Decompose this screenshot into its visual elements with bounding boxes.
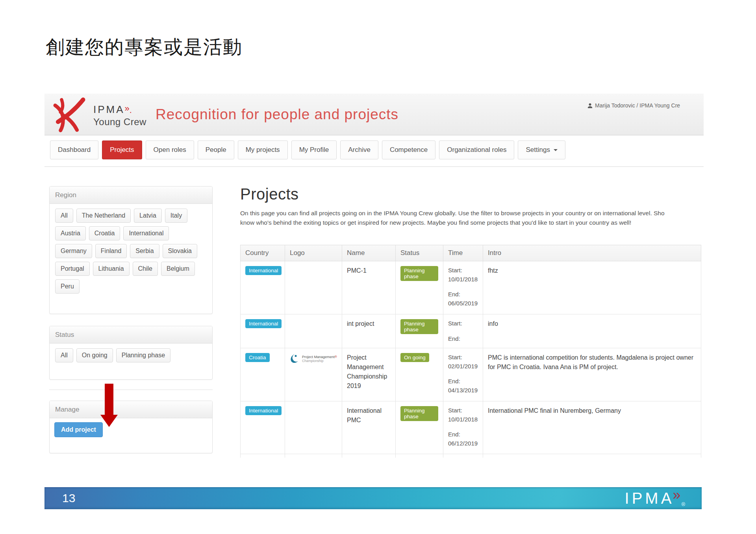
region-filter-international[interactable]: International	[123, 226, 169, 240]
slide-title: 創建您的專案或是活動	[46, 35, 243, 60]
region-filter-netherland[interactable]: The Netherland	[76, 209, 131, 223]
status-filter-all[interactable]: All	[55, 348, 73, 362]
table-row[interactable]: International int project Planning phase…	[241, 314, 701, 348]
region-filter-austria[interactable]: Austria	[55, 226, 86, 240]
table-row-partial[interactable]	[241, 454, 701, 458]
table-row[interactable]: Croatia Project Management® Championship…	[241, 348, 701, 401]
region-filter-germany[interactable]: Germany	[55, 244, 92, 258]
region-filter-belgium[interactable]: Belgium	[161, 262, 195, 276]
person-icon	[587, 103, 593, 109]
table-row[interactable]: International International PMC Planning…	[241, 401, 701, 454]
app-screenshot: IPMA». Young Crew Recognition for people…	[44, 94, 704, 458]
country-badge: Croatia	[245, 353, 270, 362]
user-name: Marija Todorovic / IPMA Young Cre	[595, 102, 680, 109]
status-badge: Planning phase	[400, 319, 438, 334]
pmc-logo-icon	[290, 353, 300, 365]
tab-my-profile[interactable]: My Profile	[291, 140, 337, 159]
project-name: Project Management Championship 2019	[342, 348, 396, 401]
region-options: All The Netherland Latvia Italy Austria …	[50, 204, 212, 302]
project-name: International PMC	[342, 401, 396, 454]
region-filter-italy[interactable]: Italy	[165, 209, 187, 223]
region-filter-latvia[interactable]: Latvia	[134, 209, 162, 223]
region-filter-all[interactable]: All	[55, 209, 73, 223]
filter-sidebar: Region All The Netherland Latvia Italy A…	[49, 186, 213, 458]
end-label: End:	[448, 430, 478, 439]
status-badge: On going	[400, 353, 429, 362]
end-date: 06/12/2019	[448, 439, 478, 448]
region-filter-serbia[interactable]: Serbia	[130, 244, 159, 258]
col-intro: Intro	[483, 245, 701, 261]
add-project-button[interactable]: Add project	[54, 422, 103, 437]
projects-table: Country Logo Name Status Time Intro Inte…	[240, 245, 701, 458]
project-name: int project	[342, 314, 396, 348]
logo-cell: Project Management® Championship	[285, 348, 342, 401]
region-filter-finland[interactable]: Finland	[95, 244, 127, 258]
manage-panel: Manage Add project	[49, 401, 213, 453]
region-filter-portugal[interactable]: Portugal	[55, 262, 90, 276]
col-name: Name	[342, 245, 396, 261]
status-filter-ongoing[interactable]: On going	[76, 348, 113, 362]
region-panel: Region All The Netherland Latvia Italy A…	[49, 186, 213, 314]
region-filter-croatia[interactable]: Croatia	[89, 226, 120, 240]
slide: 創建您的專案或是活動 IPMA». Young Crew Recognition…	[0, 0, 756, 534]
col-status: Status	[396, 245, 443, 261]
status-filter-planning[interactable]: Planning phase	[116, 348, 170, 362]
pmc-logo: Project Management® Championship	[290, 353, 337, 365]
time-cell: Start: End:	[443, 314, 483, 348]
brand-dot: .	[130, 105, 133, 115]
region-filter-chile[interactable]: Chile	[133, 262, 158, 276]
tab-my-projects[interactable]: My projects	[238, 140, 288, 159]
description-line-1: On this page you can find all projects g…	[240, 209, 703, 218]
tab-open-roles[interactable]: Open roles	[146, 140, 194, 159]
tab-organizational-roles[interactable]: Organizational roles	[439, 140, 514, 159]
brand-ipma: IPMA».	[93, 103, 146, 116]
country-badge: International	[245, 266, 282, 275]
main-content: Projects On this page you can find all p…	[240, 185, 703, 458]
annotation-arrow-down	[100, 384, 118, 427]
brand-chevrons-icon: »	[125, 103, 130, 113]
brand-young-crew: Young Crew	[93, 116, 146, 127]
start-label: Start:	[448, 406, 478, 415]
region-panel-title: Region	[50, 187, 212, 204]
region-filter-lithuania[interactable]: Lithuania	[93, 262, 130, 276]
country-badge: International	[245, 319, 282, 328]
page-description: On this page you can find all projects g…	[240, 209, 703, 227]
col-logo: Logo	[285, 245, 342, 261]
project-intro: International PMC final in Nuremberg, Ge…	[483, 401, 701, 454]
pmc-logo-line1: Project Management	[302, 355, 335, 359]
tab-settings[interactable]: Settings	[518, 140, 565, 159]
status-badge: Planning phase	[400, 406, 438, 421]
col-country: Country	[241, 245, 285, 261]
ipma-footer-logo: IPMA » ®	[625, 490, 685, 507]
project-name: PMC-1	[342, 261, 396, 314]
start-date: 02/01/2019	[448, 362, 478, 371]
tab-competence[interactable]: Competence	[382, 140, 435, 159]
tab-people[interactable]: People	[198, 140, 234, 159]
start-date: 10/01/2018	[448, 415, 478, 424]
status-options: All On going Planning phase	[50, 344, 212, 371]
start-label: Start:	[448, 319, 478, 328]
page-title: Projects	[240, 185, 703, 203]
end-date: 04/13/2019	[448, 386, 478, 395]
manage-panel-title: Manage	[50, 401, 212, 418]
status-panel: Status All On going Planning phase	[49, 326, 213, 380]
ipma-young-crew-logo	[52, 97, 91, 132]
app-title: Recognition for people and projects	[156, 106, 398, 123]
tab-archive[interactable]: Archive	[340, 140, 378, 159]
end-label: End:	[448, 290, 478, 299]
tab-settings-label: Settings	[526, 146, 550, 154]
description-line-2: know who's behind the exiting topics or …	[240, 218, 703, 227]
start-date: 10/01/2018	[448, 275, 478, 284]
table-row[interactable]: International PMC-1 Planning phase Start…	[241, 261, 701, 314]
project-intro: PMC is international competition for stu…	[483, 348, 701, 401]
time-cell: Start: 10/01/2018 End: 06/05/2019	[443, 261, 483, 314]
region-filter-peru[interactable]: Peru	[55, 279, 80, 294]
user-menu[interactable]: Marija Todorovic / IPMA Young Cre	[587, 102, 680, 109]
end-label: End:	[448, 377, 478, 386]
pmc-logo-line2: Championship	[302, 359, 337, 363]
tab-projects[interactable]: Projects	[102, 140, 142, 159]
arrow-head	[100, 415, 118, 427]
time-cell: Start: 02/01/2019 End: 04/13/2019	[443, 348, 483, 401]
tab-dashboard[interactable]: Dashboard	[50, 140, 98, 159]
region-filter-slovakia[interactable]: Slovakia	[163, 244, 197, 258]
